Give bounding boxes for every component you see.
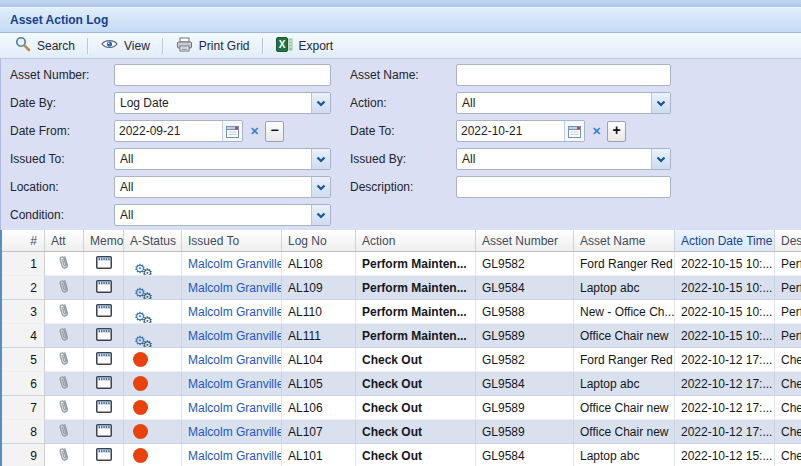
table-row[interactable]: 1⚙⚙Malcolm GranvilleAL108Perform Mainten… <box>2 252 801 276</box>
table-row[interactable]: 4⚙⚙Malcolm GranvilleAL111Perform Mainten… <box>2 324 801 348</box>
memo-cell[interactable] <box>84 372 124 396</box>
paperclip-icon[interactable] <box>57 398 71 418</box>
column-header-asset-name[interactable]: Asset Name <box>574 230 675 251</box>
attachment-cell[interactable] <box>45 276 84 300</box>
status-checkout-icon[interactable] <box>133 400 148 415</box>
attachment-cell[interactable] <box>45 444 84 466</box>
paperclip-icon[interactable] <box>57 254 71 274</box>
memo-icon[interactable] <box>96 448 112 464</box>
issued-to-link[interactable]: Malcolm Granville <box>188 257 282 271</box>
paperclip-icon[interactable] <box>57 446 71 466</box>
paperclip-icon[interactable] <box>57 374 71 394</box>
column-header-des[interactable]: Des <box>775 230 801 251</box>
print-grid-button[interactable]: Print Grid <box>169 35 257 57</box>
chevron-down-icon[interactable] <box>311 93 330 113</box>
a-status-cell[interactable]: ⚙⚙ <box>124 300 182 324</box>
date-by-select[interactable]: Log Date <box>114 92 331 114</box>
issued-to-select[interactable]: All <box>114 148 331 170</box>
status-checkout-icon[interactable] <box>133 424 148 439</box>
issued-to-link[interactable]: Malcolm Granville <box>188 401 282 415</box>
view-button[interactable]: View <box>94 36 157 55</box>
location-select[interactable]: All <box>114 176 331 198</box>
a-status-cell[interactable] <box>124 396 182 420</box>
attachment-cell[interactable] <box>45 324 84 348</box>
clear-date-icon[interactable]: ✕ <box>247 121 262 141</box>
attachment-cell[interactable] <box>45 300 84 324</box>
memo-icon[interactable] <box>96 424 112 440</box>
date-step-button[interactable]: + <box>607 121 626 142</box>
memo-cell[interactable] <box>84 252 124 276</box>
memo-icon[interactable] <box>96 352 112 368</box>
column-header-[interactable]: # <box>2 230 45 251</box>
export-button[interactable]: X Export <box>269 35 341 57</box>
date-to-input[interactable] <box>457 121 564 141</box>
column-header-issued-to[interactable]: Issued To <box>182 230 282 251</box>
action-select[interactable]: All <box>456 92 671 114</box>
a-status-cell[interactable] <box>124 420 182 444</box>
chevron-down-icon[interactable] <box>651 149 670 169</box>
memo-icon[interactable] <box>96 304 112 320</box>
condition-select[interactable]: All <box>114 204 331 226</box>
issued-to-link[interactable]: Malcolm Granville <box>188 425 282 439</box>
table-row[interactable]: 5Malcolm GranvilleAL104Check OutGL9582Fo… <box>2 348 801 372</box>
table-row[interactable]: 6Malcolm GranvilleAL105Check OutGL9584La… <box>2 372 801 396</box>
memo-cell[interactable] <box>84 300 124 324</box>
issued-to-link[interactable]: Malcolm Granville <box>188 305 282 319</box>
date-to-field[interactable] <box>456 120 585 142</box>
issued-by-select[interactable]: All <box>456 148 671 170</box>
a-status-cell[interactable]: ⚙⚙ <box>124 276 182 300</box>
memo-icon[interactable] <box>96 400 112 416</box>
table-row[interactable]: 2⚙⚙Malcolm GranvilleAL109Perform Mainten… <box>2 276 801 300</box>
column-header-log-no[interactable]: Log No <box>282 230 356 251</box>
memo-cell[interactable] <box>84 396 124 420</box>
memo-icon[interactable] <box>96 328 112 344</box>
memo-cell[interactable] <box>84 276 124 300</box>
column-header-a-status[interactable]: A-Status <box>124 230 182 251</box>
table-row[interactable]: 7Malcolm GranvilleAL106Check OutGL9589Of… <box>2 396 801 420</box>
column-header-action-date-time[interactable]: Action Date Time <box>675 230 775 251</box>
chevron-down-icon[interactable] <box>311 205 330 225</box>
status-checkout-icon[interactable] <box>133 448 148 463</box>
description-field[interactable] <box>456 176 671 198</box>
paperclip-icon[interactable] <box>57 278 71 298</box>
status-checkout-icon[interactable] <box>133 376 148 391</box>
memo-icon[interactable] <box>96 256 112 272</box>
memo-cell[interactable] <box>84 348 124 372</box>
paperclip-icon[interactable] <box>57 302 71 322</box>
asset-number-input[interactable] <box>115 65 330 85</box>
description-input[interactable] <box>457 177 670 197</box>
asset-number-field[interactable] <box>114 64 331 86</box>
column-header-memo[interactable]: Memo <box>84 230 124 251</box>
attachment-cell[interactable] <box>45 348 84 372</box>
issued-to-link[interactable]: Malcolm Granville <box>188 329 282 343</box>
memo-cell[interactable] <box>84 324 124 348</box>
memo-icon[interactable] <box>96 280 112 296</box>
date-from-field[interactable] <box>114 120 243 142</box>
paperclip-icon[interactable] <box>57 350 71 370</box>
attachment-cell[interactable] <box>45 420 84 444</box>
attachment-cell[interactable] <box>45 396 84 420</box>
calendar-icon[interactable] <box>222 121 242 141</box>
memo-cell[interactable] <box>84 420 124 444</box>
attachment-cell[interactable] <box>45 252 84 276</box>
table-row[interactable]: 3⚙⚙Malcolm GranvilleAL110Perform Mainten… <box>2 300 801 324</box>
issued-to-link[interactable]: Malcolm Granville <box>188 353 282 367</box>
asset-name-field[interactable] <box>456 64 671 86</box>
paperclip-icon[interactable] <box>57 326 71 346</box>
chevron-down-icon[interactable] <box>311 149 330 169</box>
a-status-cell[interactable] <box>124 348 182 372</box>
a-status-cell[interactable]: ⚙⚙ <box>124 324 182 348</box>
column-header-att[interactable]: Att <box>45 230 84 251</box>
column-header-asset-number[interactable]: Asset Number <box>476 230 574 251</box>
calendar-icon[interactable] <box>564 121 584 141</box>
date-step-button[interactable]: − <box>265 121 284 142</box>
table-row[interactable]: 9Malcolm GranvilleAL101Check OutGL9584La… <box>2 444 801 466</box>
date-from-input[interactable] <box>115 121 222 141</box>
memo-cell[interactable] <box>84 444 124 466</box>
search-button[interactable]: Search <box>8 34 82 57</box>
chevron-down-icon[interactable] <box>311 177 330 197</box>
a-status-cell[interactable] <box>124 372 182 396</box>
table-row[interactable]: 8Malcolm GranvilleAL107Check OutGL9589Of… <box>2 420 801 444</box>
asset-name-input[interactable] <box>457 65 670 85</box>
paperclip-icon[interactable] <box>57 422 71 442</box>
